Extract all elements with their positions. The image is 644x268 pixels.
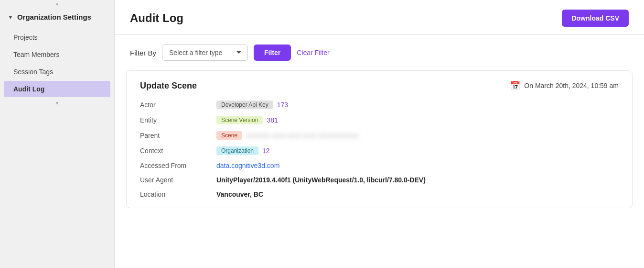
location-label: Location <box>140 190 216 198</box>
log-field-actor: Actor Developer Api Key 173 <box>140 100 619 109</box>
accessed-from-value: data.cognitive3d.com <box>216 162 279 169</box>
sidebar-item-audit-log[interactable]: Audit Log <box>4 81 110 97</box>
log-field-user-agent: User Agent UnityPlayer/2019.4.40f1 (Unit… <box>140 176 619 184</box>
sidebar-item-projects[interactable]: Projects <box>4 29 110 45</box>
log-card-header: Update Scene 📅 On March 20th, 2024, 10:5… <box>140 80 619 91</box>
accessed-from-link[interactable]: data.cognitive3d.com <box>216 162 279 169</box>
context-link[interactable]: 12 <box>262 147 270 155</box>
log-field-location: Location Vancouver, BC <box>140 190 619 198</box>
parent-badge: Scene <box>216 131 242 140</box>
filter-section: Filter By Select a filter type Filter Cl… <box>115 34 644 70</box>
log-field-entity: Entity Scene Version 381 <box>140 116 619 124</box>
entity-value: Scene Version 381 <box>216 116 278 124</box>
sidebar-scroll-down: ▼ <box>0 100 114 107</box>
filter-button[interactable]: Filter <box>254 45 291 61</box>
parent-label: Parent <box>140 132 216 139</box>
entity-badge: Scene Version <box>216 116 263 124</box>
filter-by-label: Filter By <box>130 49 156 57</box>
log-entry-date-container: 📅 On March 20th, 2024, 10:59 am <box>510 80 619 91</box>
parent-blurred-id: xxxxxxx-xxxx-xxxx-xxxx-xxxxxxxxxxxx <box>246 132 359 139</box>
entity-label: Entity <box>140 116 216 124</box>
actor-link[interactable]: 173 <box>277 101 288 109</box>
page-header: Audit Log Download CSV <box>115 0 644 34</box>
log-field-parent: Parent Scene xxxxxxx-xxxx-xxxx-xxxx-xxxx… <box>140 131 619 140</box>
log-entry-date: On March 20th, 2024, 10:59 am <box>524 82 619 89</box>
sidebar: ▲ ▼ Organization Settings Projects Team … <box>0 0 115 268</box>
location-value: Vancouver, BC <box>216 190 263 198</box>
log-fields: Actor Developer Api Key 173 Entity Scene… <box>140 100 619 198</box>
context-value: Organization 12 <box>216 146 270 155</box>
actor-label: Actor <box>140 101 216 109</box>
clear-filter-button[interactable]: Clear Filter <box>297 49 329 56</box>
log-entry-card: Update Scene 📅 On March 20th, 2024, 10:5… <box>126 70 633 208</box>
chevron-down-icon: ▼ <box>8 14 13 21</box>
log-field-context: Context Organization 12 <box>140 146 619 155</box>
user-agent-value: UnityPlayer/2019.4.40f1 (UnityWebRequest… <box>216 176 426 184</box>
log-field-accessed-from: Accessed From data.cognitive3d.com <box>140 162 619 169</box>
user-agent-text: UnityPlayer/2019.4.40f1 (UnityWebRequest… <box>216 176 426 184</box>
context-badge: Organization <box>216 146 258 155</box>
download-csv-button[interactable]: Download CSV <box>562 10 629 27</box>
sidebar-header-label: Organization Settings <box>17 13 91 21</box>
page-title: Audit Log <box>130 11 183 25</box>
main-content: Audit Log Download CSV Filter By Select … <box>115 0 644 268</box>
sidebar-header[interactable]: ▼ Organization Settings <box>0 7 114 27</box>
actor-badge: Developer Api Key <box>216 100 273 109</box>
calendar-icon: 📅 <box>510 80 520 91</box>
location-text: Vancouver, BC <box>216 190 263 198</box>
entity-link[interactable]: 381 <box>267 116 278 124</box>
sidebar-scroll-up: ▲ <box>0 0 114 7</box>
log-entry-title: Update Scene <box>140 81 197 91</box>
context-label: Context <box>140 147 216 155</box>
parent-value: Scene xxxxxxx-xxxx-xxxx-xxxx-xxxxxxxxxxx… <box>216 131 359 140</box>
user-agent-label: User Agent <box>140 176 216 184</box>
sidebar-item-team-members[interactable]: Team Members <box>4 46 110 63</box>
sidebar-item-session-tags[interactable]: Session Tags <box>4 64 110 80</box>
sidebar-nav: Projects Team Members Session Tags Audit… <box>0 27 114 100</box>
accessed-from-label: Accessed From <box>140 162 216 169</box>
filter-type-select[interactable]: Select a filter type <box>162 45 248 61</box>
actor-value: Developer Api Key 173 <box>216 100 288 109</box>
